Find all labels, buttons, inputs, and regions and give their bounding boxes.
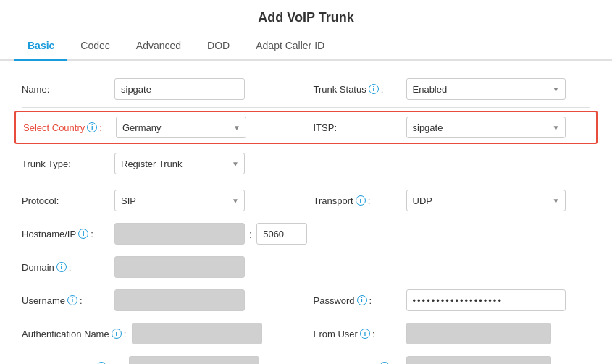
itsp-label: ITSP: — [314, 122, 401, 133]
trunk-status-select[interactable]: Enabled Disabled — [406, 78, 566, 100]
caller-id-name-input[interactable] — [406, 356, 551, 364]
row-name: Name: Trunk Status i : Enabled Disabled — [22, 72, 590, 106]
domain-label: Domain i : — [22, 262, 109, 273]
row-caller-id: Caller ID Number i : Caller ID Name i : — [22, 350, 590, 364]
caller-id-number-input[interactable] — [129, 356, 259, 364]
name-input[interactable] — [114, 78, 245, 100]
row-username: Username i : Password i : — [22, 284, 590, 317]
tab-adapt-caller-id[interactable]: Adapt Caller ID — [243, 33, 338, 61]
from-user-input[interactable] — [406, 323, 551, 344]
domain-input[interactable] — [114, 256, 245, 278]
password-input[interactable] — [406, 289, 566, 311]
auth-name-input[interactable] — [132, 323, 262, 344]
country-select[interactable]: Germany United States United Kingdom Fra… — [116, 117, 246, 138]
country-info-icon[interactable]: i — [87, 122, 97, 132]
from-user-info-icon[interactable]: i — [360, 329, 370, 339]
row-auth-name: Authentication Name i : From User i : — [22, 317, 590, 350]
port-input[interactable] — [256, 223, 307, 245]
hostname-info-icon[interactable]: i — [78, 229, 88, 239]
protocol-select[interactable]: SIP IAX — [114, 190, 245, 211]
password-info-icon[interactable]: i — [357, 295, 367, 305]
tabs-container: Basic Codec Advanced DOD Adapt Caller ID — [0, 33, 612, 61]
name-label: Name: — [22, 84, 109, 95]
domain-info-icon[interactable]: i — [56, 262, 67, 272]
highlighted-row: Select Country i : Germany United States… — [14, 111, 598, 144]
username-label: Username i : — [22, 295, 109, 306]
transport-select[interactable]: UDP TCP TLS — [406, 190, 566, 211]
tab-advanced[interactable]: Advanced — [123, 33, 194, 61]
trunk-type-select[interactable]: Register Trunk Peer Trunk — [114, 153, 245, 174]
row-hostname: Hostname/IP i : : — [22, 217, 590, 250]
caller-id-number-label: Caller ID Number i : — [22, 362, 123, 365]
trunk-type-label: Trunk Type: — [22, 158, 109, 169]
username-input[interactable] — [114, 289, 245, 311]
tab-dod[interactable]: DOD — [194, 33, 243, 61]
transport-label: Transport i : — [314, 195, 401, 206]
auth-name-label: Authentication Name i : — [22, 329, 126, 339]
page-title: Add VoIP Trunk — [0, 0, 612, 33]
password-label: Password i : — [314, 295, 401, 306]
hostname-input[interactable] — [114, 223, 245, 245]
trunk-status-info-icon[interactable]: i — [369, 84, 379, 94]
itsp-select[interactable]: sipgate Other — [406, 117, 566, 138]
row-protocol: Protocol: SIP IAX Transport i : UDP TCP … — [22, 184, 590, 217]
username-info-icon[interactable]: i — [67, 295, 77, 305]
caller-id-name-label: Caller ID Name i : — [314, 362, 401, 365]
auth-name-info-icon[interactable]: i — [112, 329, 122, 339]
row-domain: Domain i : — [22, 250, 590, 284]
tab-codec[interactable]: Codec — [67, 33, 122, 61]
trunk-status-label: Trunk Status i : — [314, 84, 401, 95]
protocol-label: Protocol: — [22, 195, 109, 206]
hostname-label: Hostname/IP i : — [22, 229, 109, 240]
tab-basic[interactable]: Basic — [14, 33, 67, 61]
row-trunk-type: Trunk Type: Register Trunk Peer Trunk — [22, 147, 590, 180]
from-user-label: From User i : — [314, 329, 401, 339]
transport-info-icon[interactable]: i — [356, 195, 366, 206]
select-country-label: Select Country i : — [23, 122, 110, 133]
